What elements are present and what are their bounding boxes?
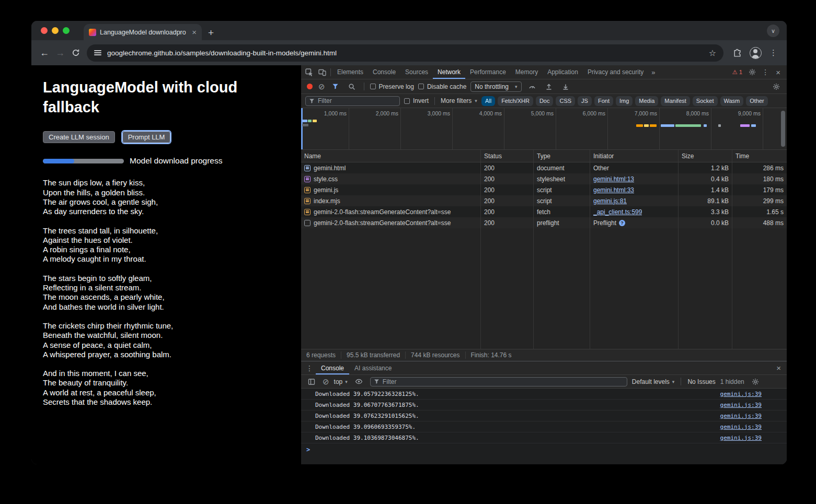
log-levels-select[interactable]: Default levels ▾: [632, 378, 675, 385]
network-request-row[interactable]: gemini.html200documentOther1.2 kB286 ms: [301, 162, 787, 173]
initiator-link[interactable]: gemini.html:13: [593, 175, 634, 183]
invert-checkbox[interactable]: Invert: [404, 97, 429, 104]
column-header-size[interactable]: Size: [679, 150, 732, 162]
console-source-link[interactable]: gemini.js:39: [720, 413, 762, 419]
devtools-tab-application[interactable]: Application: [543, 65, 583, 79]
browser-menu-icon[interactable]: ⋮: [769, 48, 777, 57]
clear-console-icon[interactable]: ⊘: [323, 378, 329, 385]
forward-button[interactable]: →: [52, 45, 68, 61]
filter-chip-media[interactable]: Media: [635, 96, 658, 106]
minimize-window-button[interactable]: [52, 27, 59, 34]
devtools-close-icon[interactable]: ×: [772, 68, 784, 77]
clear-network-log-icon[interactable]: ⊘: [318, 83, 325, 90]
devtools-tab-memory[interactable]: Memory: [511, 65, 543, 79]
initiator-link[interactable]: gemini.html:33: [593, 186, 634, 194]
filter-chip-doc[interactable]: Doc: [536, 96, 554, 106]
filter-chip-css[interactable]: CSS: [556, 96, 575, 106]
site-settings-icon[interactable]: [94, 50, 101, 56]
inspect-element-icon[interactable]: [303, 65, 316, 79]
throttling-select[interactable]: No throttling ▾: [470, 81, 521, 92]
console-settings-icon[interactable]: [749, 375, 762, 388]
filter-chip-all[interactable]: All: [481, 96, 495, 106]
console-source-link[interactable]: gemini.js:39: [720, 435, 762, 441]
browser-tab[interactable]: LanguageModel downloadpro ×: [84, 24, 202, 40]
column-header-initiator[interactable]: Initiator: [590, 150, 679, 162]
filter-chip-fetch-xhr[interactable]: Fetch/XHR: [498, 96, 533, 106]
column-header-name[interactable]: Name: [301, 150, 481, 162]
devtools-tab-performance[interactable]: Performance: [465, 65, 511, 79]
live-expression-eye-icon[interactable]: [352, 375, 365, 388]
network-conditions-icon[interactable]: [526, 79, 538, 93]
devtools-menu-icon[interactable]: ⋮: [759, 68, 772, 76]
drawer-tab-ai-assistance[interactable]: AI assistance: [349, 361, 397, 374]
network-settings-icon[interactable]: [770, 79, 783, 93]
disable-cache-checkbox[interactable]: Disable cache: [418, 83, 466, 90]
drawer-tab-console[interactable]: Console: [316, 361, 349, 374]
network-request-row[interactable]: index.mjs200scriptgemini.js:8189.1 kB299…: [301, 195, 787, 206]
back-button[interactable]: ←: [37, 45, 52, 61]
filter-chip-js[interactable]: JS: [578, 96, 592, 106]
filter-toggle-icon[interactable]: [329, 79, 341, 93]
filter-chip-other[interactable]: Other: [746, 96, 768, 106]
filter-chip-manifest[interactable]: Manifest: [661, 96, 690, 106]
console-prompt-chevron[interactable]: >: [301, 443, 787, 456]
timeline-activity-bar: [661, 124, 674, 127]
log-levels-value: Default levels: [632, 378, 670, 385]
bookmark-star-icon[interactable]: ☆: [709, 48, 716, 58]
filter-chip-socket[interactable]: Socket: [693, 96, 718, 106]
close-window-button[interactable]: [41, 27, 48, 34]
network-filter-input[interactable]: Filter: [305, 96, 400, 106]
more-filters-dropdown[interactable]: More filters ▾: [441, 97, 477, 104]
network-request-row[interactable]: gemini-2.0-flash:streamGenerateContent?a…: [301, 217, 787, 228]
network-request-row[interactable]: gemini-2.0-flash:streamGenerateContent?a…: [301, 206, 787, 217]
filter-chip-font[interactable]: Font: [594, 96, 613, 106]
console-source-link[interactable]: gemini.js:39: [720, 424, 762, 430]
no-issues-label[interactable]: No Issues: [687, 378, 715, 385]
devtools-settings-icon[interactable]: [746, 68, 758, 76]
filter-chip-wasm[interactable]: Wasm: [720, 96, 744, 106]
filter-chip-img[interactable]: Img: [616, 96, 633, 106]
device-toolbar-icon[interactable]: [316, 65, 329, 79]
devtools-tab-network[interactable]: Network: [433, 65, 465, 79]
prompt-llm-button[interactable]: Prompt LLM: [122, 131, 171, 143]
create-llm-session-button[interactable]: Create LLM session: [43, 131, 115, 143]
console-filter-input[interactable]: Filter: [370, 377, 627, 386]
request-initiator: Other: [590, 162, 679, 173]
timeline-overview[interactable]: 1,000 ms2,000 ms3,000 ms4,000 ms5,000 ms…: [301, 108, 787, 150]
tab-search-button[interactable]: ∨: [767, 25, 779, 37]
record-network-log-button[interactable]: [307, 84, 313, 89]
export-har-icon[interactable]: [543, 79, 555, 93]
column-header-status[interactable]: Status: [481, 150, 534, 162]
zoom-window-button[interactable]: [63, 27, 70, 34]
column-header-type[interactable]: Type: [534, 150, 590, 162]
drawer-close-icon[interactable]: ×: [773, 364, 785, 372]
drawer-menu-icon[interactable]: ⋮: [303, 361, 316, 374]
reload-button[interactable]: [68, 45, 84, 61]
extensions-icon[interactable]: [733, 49, 742, 57]
issues-badge[interactable]: ⚠ 1: [729, 68, 746, 76]
network-request-row[interactable]: style.css200stylesheetgemini.html:130.4 …: [301, 173, 787, 184]
console-source-link[interactable]: gemini.js:39: [720, 391, 762, 397]
hidden-messages-label[interactable]: 1 hidden: [720, 378, 744, 385]
column-header-time[interactable]: Time: [732, 150, 787, 162]
devtools-tab-privacy-and-security[interactable]: Privacy and security: [583, 65, 648, 79]
profile-avatar[interactable]: [750, 47, 762, 59]
console-context-select[interactable]: top ▾: [334, 378, 348, 385]
initiator-link[interactable]: gemini.js:81: [593, 197, 627, 205]
search-icon[interactable]: [346, 79, 358, 93]
tab-close-icon[interactable]: ×: [192, 28, 197, 36]
console-source-link[interactable]: gemini.js:39: [720, 402, 762, 408]
import-har-icon[interactable]: [559, 79, 572, 93]
initiator-link[interactable]: _api_client.ts:599: [593, 208, 642, 216]
new-tab-button[interactable]: +: [208, 28, 214, 38]
toolbar-right: ⋮: [733, 47, 777, 59]
network-request-row[interactable]: gemini.js200scriptgemini.html:331.4 kB17…: [301, 184, 787, 195]
more-panels-icon[interactable]: »: [648, 68, 658, 76]
devtools-tab-elements[interactable]: Elements: [332, 65, 368, 79]
devtools-tab-console[interactable]: Console: [368, 65, 400, 79]
timeline-scroll-handle[interactable]: [781, 111, 785, 147]
preserve-log-checkbox[interactable]: Preserve log: [370, 83, 414, 90]
omnibox[interactable]: googlechrome.github.io/samples/downloadi…: [87, 44, 723, 62]
console-sidebar-icon[interactable]: [305, 375, 318, 388]
devtools-tab-sources[interactable]: Sources: [400, 65, 433, 79]
